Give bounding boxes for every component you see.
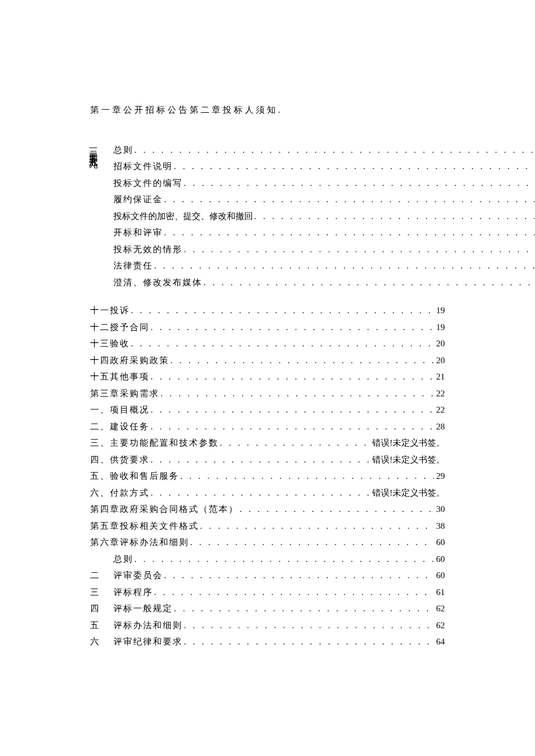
toc-page: 29 [434, 468, 445, 485]
toc-dots [189, 534, 434, 551]
toc-label: 投标文件的加密、提交、修改和撤回 [113, 208, 253, 225]
toc-dots [219, 435, 370, 452]
toc-entry: 开标和评审12 [113, 224, 535, 241]
toc-entry: 投标文件的加密、提交、修改和撤回12 [113, 208, 535, 225]
vertical-numbers: 一二三四五六七八九 [89, 142, 98, 154]
toc-entry: 一、项目概况22 [90, 402, 445, 418]
toc-label: 总则 [113, 142, 133, 159]
toc-page: 错误!未定义书签。 [370, 452, 445, 468]
toc-entry: 第四章政府采购合同格式（范本）30 [90, 501, 445, 518]
toc-block-1: 一二三四五六七八九 总则7 招标文件说明9 投标文件的编写9 履约保证金11 投… [90, 142, 445, 291]
toc-dots [183, 241, 535, 258]
toc-label: 评标一般规定 [113, 600, 173, 617]
toc-prefix: 二 [90, 567, 113, 584]
toc-page: 62 [434, 600, 445, 617]
toc-page: 60 [434, 534, 445, 551]
toc-dots [202, 274, 535, 291]
toc-entry: 十三验收20 [90, 335, 445, 352]
toc-entry: 第三章采购需求22 [90, 385, 445, 402]
toc-dots [183, 633, 434, 650]
toc-entry: 四、供货要求错误!未定义书签。 [90, 452, 445, 468]
toc-label: 第六章评标办法和细则 [90, 534, 189, 551]
toc-label: 评标办法和细则 [113, 617, 183, 634]
toc-dots [173, 158, 535, 175]
toc-prefix: 四 [90, 600, 113, 617]
toc-label: 评审纪律和要求 [113, 633, 183, 650]
toc-label: 评审委员会 [113, 567, 163, 584]
toc-label: 十三验收 [90, 335, 130, 352]
toc-entry: 六评审纪律和要求64 [90, 633, 445, 650]
toc-entry: 总则7 [113, 142, 535, 159]
toc-dots [183, 617, 434, 634]
toc-dots [130, 302, 434, 319]
toc-dots [130, 335, 434, 352]
toc-dots [173, 600, 434, 617]
toc-label: 十四政府采购政策 [90, 352, 169, 369]
toc-entry: 二评审委员会60 [90, 567, 445, 584]
toc-entry: 十五其他事项21 [90, 368, 445, 385]
toc-page: 22 [434, 385, 445, 402]
toc-dots [179, 468, 434, 485]
toc-page: 20 [434, 352, 445, 369]
toc-block1-lines: 总则7 招标文件说明9 投标文件的编写9 履约保证金11 投标文件的加密、提交、… [113, 142, 535, 291]
toc-dots [149, 319, 434, 336]
toc-page: 28 [434, 418, 445, 435]
toc-label: 投标无效的情形 [113, 241, 183, 258]
toc-label: 十五其他事项 [90, 368, 149, 385]
toc-page: 62 [434, 617, 445, 634]
toc-dots [153, 584, 434, 601]
toc-label: 澄清、修改发布媒体 [113, 274, 202, 291]
toc-entry: 五评标办法和细则62 [90, 617, 445, 634]
toc-dots [199, 518, 434, 535]
toc-page: 22 [434, 402, 445, 418]
toc-label: 投标文件的编写 [113, 175, 183, 192]
toc-dots [149, 452, 370, 468]
toc-label: 履约保证金 [113, 191, 163, 208]
toc-label: 三、主要功能配置和技术参数 [90, 435, 219, 452]
toc-label: 第四章政府采购合同格式（范本） [90, 501, 238, 518]
page-header: 第一章公开招标公告第二章投标人须知. [90, 102, 445, 119]
toc-dots [238, 501, 434, 518]
toc-label: 招标文件说明 [113, 158, 173, 175]
toc-dots [163, 567, 434, 584]
toc-entry: 招标文件说明9 [113, 158, 535, 175]
vertical-number-column: 一二三四五六七八九 [90, 142, 113, 291]
toc-entry: 四评标一般规定62 [90, 600, 445, 617]
toc-entry: 五、验收和售后服务29 [90, 468, 445, 485]
toc-dots [149, 485, 370, 501]
toc-entry: 六、付款方式错误!未定义书签。 [90, 485, 445, 501]
toc-dots [253, 208, 535, 225]
toc-dots [159, 385, 434, 402]
toc-entry: 十四政府采购政策20 [90, 352, 445, 369]
toc-entry: 三评标程序61 [90, 584, 445, 601]
toc-dots [169, 352, 434, 369]
toc-page: 64 [434, 633, 445, 650]
toc-label: 十一投诉 [90, 302, 130, 319]
toc-prefix: 六 [90, 633, 113, 650]
toc-label: 十二授予合同 [90, 319, 149, 336]
toc-page: 60 [434, 551, 445, 568]
toc-label: 六、付款方式 [90, 485, 149, 501]
toc-entry: 法律责任16 [113, 257, 535, 274]
toc-dots [183, 175, 535, 192]
toc-label: 总则 [113, 551, 133, 568]
toc-entry: 第五章投标相关文件格式38 [90, 518, 445, 535]
toc-dots [133, 551, 434, 568]
toc-page: 61 [434, 584, 445, 601]
toc-entry: 投标无效的情形15 [113, 241, 535, 258]
toc-page: 21 [434, 368, 445, 385]
toc-entry: 澄清、修改发布媒体18 [113, 274, 535, 291]
toc-entry: 三、主要功能配置和技术参数错误!未定义书签。 [90, 435, 445, 452]
toc-dots [149, 418, 434, 435]
toc-block-3: 总则60 二评审委员会60 三评标程序61 四评标一般规定62 五评标办法和细则… [90, 551, 445, 650]
toc-dots [163, 224, 535, 241]
toc-entry: 第六章评标办法和细则60 [90, 534, 445, 551]
toc-entry: 十一投诉19 [90, 302, 445, 319]
toc-dots [153, 257, 535, 274]
toc-entry: 十二授予合同19 [90, 319, 445, 336]
toc-label: 法律责任 [113, 257, 153, 274]
toc-label: 一、项目概况 [90, 402, 149, 418]
toc-entry: 二、建设任务28 [90, 418, 445, 435]
toc-dots [163, 191, 535, 208]
toc-entry: 履约保证金11 [113, 191, 535, 208]
